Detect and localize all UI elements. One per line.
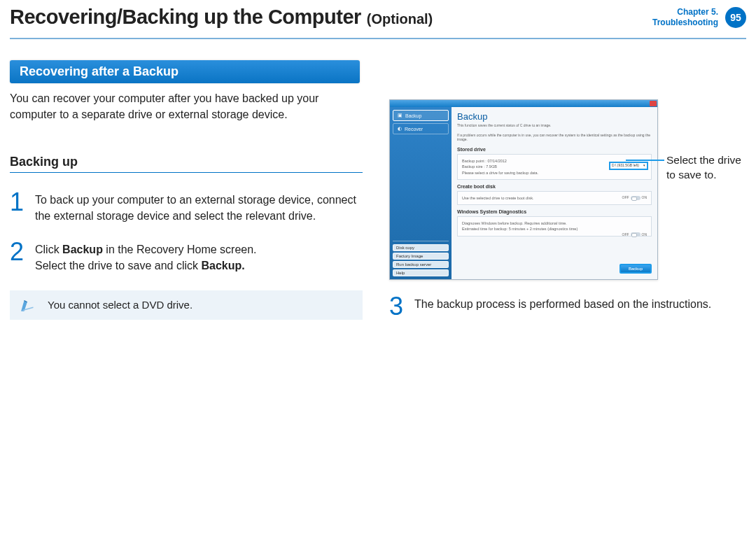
page-title-wrap: Recovering/Backing up the Computer (Opti…: [10, 6, 433, 29]
step-2-e: Backup.: [201, 260, 244, 271]
recovery-app-screenshot: ▣ Backup ◐ Recover Disk copy Factory Ima…: [389, 99, 658, 280]
screenshot-sidebar: ▣ Backup ◐ Recover Disk copy Factory Ima…: [390, 107, 451, 279]
chapter-line2: Troubleshooting: [652, 17, 718, 27]
step-2-b: Backup: [62, 244, 103, 255]
wsd-panel: Diagnoses Windows before backup. Require…: [457, 216, 652, 237]
screenshot-body: ▣ Backup ◐ Recover Disk copy Factory Ima…: [390, 107, 657, 279]
step-3-text: The backup process is performed based on…: [414, 295, 711, 312]
note-box: You cannot select a DVD drive.: [10, 290, 363, 320]
page-title: Recovering/Backing up the Computer: [10, 6, 361, 29]
toggle-on-label: ON: [642, 195, 648, 201]
drive-select-value: D:\ (931.5GB left): [612, 163, 639, 169]
page-header: Recovering/Backing up the Computer (Opti…: [10, 6, 746, 29]
callout-connector-line: [626, 160, 664, 161]
wsd-title: Windows System Diagnostics: [457, 209, 652, 214]
sidebar-footer-disk-copy: Disk copy: [393, 244, 449, 251]
page-title-optional: (Optional): [367, 11, 433, 27]
chevron-down-icon: ▾: [643, 163, 645, 169]
backup-button: Backup: [620, 264, 652, 274]
screenshot-sidebar-footer: Disk copy Factory Image Run backup serve…: [393, 241, 449, 276]
step-number-1: 1: [10, 191, 35, 213]
subheading-backing-up: Backing up: [10, 155, 363, 173]
step-2-d: Select the drive to save and click: [35, 260, 201, 271]
step-2-a: Click: [35, 244, 62, 255]
stored-drive-panel: Backup point : 07/14/2012 Backup size : …: [457, 154, 652, 180]
create-boot-text: Use the selected drive to create boot di…: [462, 196, 533, 200]
sidebar-footer-help: Help: [393, 269, 449, 276]
step-2-c: in the Recovery Home screen.: [103, 244, 257, 255]
wsd-toggle: OFF ON: [622, 232, 648, 238]
intro-text: You can recover your computer after you …: [10, 90, 360, 122]
toggle-off-label: OFF: [622, 195, 629, 201]
toggle-switch-icon: [631, 196, 640, 200]
sidebar-item-recover: ◐ Recover: [393, 123, 449, 134]
window-close-icon: [650, 101, 657, 106]
note-text: You cannot select a DVD drive.: [48, 299, 192, 311]
create-boot-title: Create boot disk: [457, 184, 652, 189]
header-rule: [10, 38, 746, 39]
screenshot-heading: Backup: [457, 111, 652, 122]
create-boot-panel: Use the selected drive to create boot di…: [457, 191, 652, 205]
sidebar-item-backup-label: Backup: [405, 113, 421, 118]
folder-icon: ▣: [398, 113, 402, 118]
screenshot-titlebar: [390, 100, 657, 107]
sidebar-footer-run-backup-server: Run backup server: [393, 261, 449, 268]
wsd-line1: Diagnoses Windows before backup. Require…: [462, 220, 647, 226]
create-boot-toggle: OFF ON: [622, 195, 648, 201]
right-column: ▣ Backup ◐ Recover Disk copy Factory Ima…: [389, 99, 746, 334]
step-1: 1 To back up your computer to an externa…: [10, 191, 365, 224]
step-2: 2 Click Backup in the Recovery Home scre…: [10, 241, 365, 274]
step-3: 3 The backup process is performed based …: [389, 295, 745, 318]
pencil-note-icon: [20, 297, 38, 313]
callout-select-drive: Select the drive to save to.: [666, 153, 750, 183]
globe-icon: ◐: [398, 126, 402, 132]
sidebar-footer-factory-image: Factory Image: [393, 253, 449, 260]
toggle-off-label-2: OFF: [622, 232, 629, 238]
stored-drive-hint: Please select a drive for saving backup …: [462, 170, 647, 176]
wsd-line2: Estimated time for backup: 5 minutes + 2…: [462, 226, 647, 232]
screenshot-desc1: This function saves the current status o…: [457, 123, 652, 127]
toggle-switch-icon-2: [631, 232, 640, 237]
toggle-on-label-2: ON: [642, 232, 648, 238]
screenshot-desc2: If a problem occurs while the computer i…: [457, 133, 652, 141]
section-title: Recovering after a Backup: [10, 60, 360, 83]
stored-drive-title: Stored drive: [457, 147, 652, 152]
sidebar-item-recover-label: Recover: [405, 127, 423, 132]
step-number-3: 3: [389, 295, 414, 318]
step-number-2: 2: [10, 241, 35, 263]
chapter-line1: Chapter 5.: [652, 7, 718, 17]
page-number-badge: 95: [725, 7, 746, 28]
step-1-text: To back up your computer to an external …: [35, 191, 365, 224]
screenshot-main: Backup This function saves the current s…: [451, 107, 657, 279]
chapter-text: Chapter 5. Troubleshooting: [652, 7, 718, 27]
chapter-wrap: Chapter 5. Troubleshooting 95: [652, 7, 746, 28]
step-2-text: Click Backup in the Recovery Home screen…: [35, 241, 257, 274]
left-column: Recovering after a Backup You can recove…: [10, 60, 365, 320]
drive-select-dropdown: D:\ (931.5GB left) ▾: [609, 162, 648, 170]
sidebar-item-backup: ▣ Backup: [393, 110, 449, 121]
